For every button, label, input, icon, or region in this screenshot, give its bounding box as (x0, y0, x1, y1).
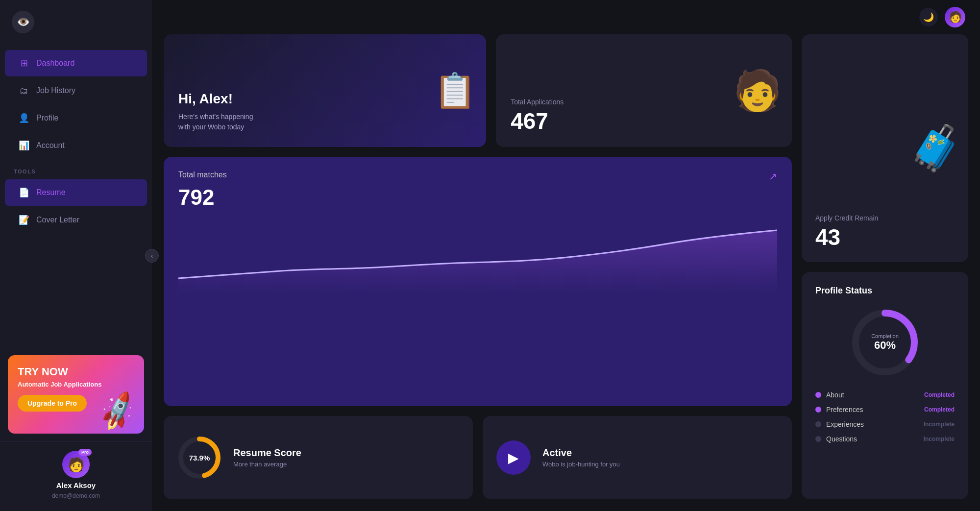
moon-icon: 🌙 (923, 12, 934, 23)
topbar: 🌙 🧑 (152, 0, 980, 34)
active-status-subtitle: Wobo is job-hunting for you (542, 461, 620, 468)
chart-card: Total matches ↗ 792 (164, 157, 792, 406)
greeting-line2: with your Wobo today (178, 123, 244, 131)
questions-status-dot (815, 436, 821, 442)
sidebar-item-resume-label: Resume (36, 188, 66, 197)
chart-header: Total matches ↗ (178, 170, 777, 182)
logo-icon: 👁️ (12, 11, 34, 33)
apply-credit-card: 🧳 Apply Credit Remain 43 (802, 34, 968, 262)
job-history-icon: 🗂 (19, 85, 29, 96)
questions-label: Questions (826, 435, 857, 443)
dashboard-icon: ⊞ (19, 58, 29, 69)
resume-score-text: Resume Score More than average (233, 447, 301, 468)
user-email: demo@demo.com (52, 492, 100, 499)
preferences-status-dot (815, 407, 821, 413)
completion-donut-wrap: Completion 60% (815, 306, 955, 379)
active-status-card: ▶ Active Wobo is job-hunting for you (483, 416, 792, 499)
chevron-left-icon: ‹ (151, 252, 153, 260)
right-panel: 🧳 Apply Credit Remain 43 Profile Status … (802, 34, 968, 499)
trend-up-icon: ↗ (769, 170, 777, 182)
sidebar-item-profile[interactable]: 👤 Profile (5, 105, 147, 131)
active-play-button[interactable]: ▶ (496, 440, 531, 475)
experiences-status-dot (815, 421, 821, 427)
preferences-label: Preferences (826, 406, 863, 414)
status-items-list: About Completed Preferences Completed (815, 391, 955, 443)
content-area: 📋 Hi, Alex! Here's what's happening with… (152, 34, 980, 511)
sidebar: 👁️ ⊞ Dashboard 🗂 Job History 👤 Profile 📊… (0, 0, 152, 511)
user-name: Alex Aksoy (56, 481, 96, 489)
resume-score-donut: 73.9% (177, 436, 221, 480)
questions-status-badge: Incomplete (924, 436, 955, 442)
logo-area: 👁️ (0, 0, 152, 44)
about-label: About (826, 391, 844, 399)
resume-score-title: Resume Score (233, 447, 301, 459)
status-item-questions: Questions Incomplete (815, 435, 955, 443)
center-column: 📋 Hi, Alex! Here's what's happening with… (164, 34, 792, 499)
profile-status-card: Profile Status Completion 60% (802, 272, 968, 500)
resume-score-value: 73.9% (189, 454, 210, 462)
about-status-badge: Completed (924, 391, 955, 398)
sidebar-item-dashboard[interactable]: ⊞ Dashboard (5, 50, 147, 76)
sidebar-item-job-history-label: Job History (36, 86, 75, 95)
experiences-label: Experiences (826, 420, 864, 428)
cover-letter-icon: 📝 (19, 215, 29, 225)
sidebar-user: 🧑 Pro Alex Aksoy demo@demo.com (0, 441, 152, 511)
sidebar-item-profile-label: Profile (36, 114, 58, 122)
sidebar-item-account-label: Account (36, 141, 65, 150)
topbar-user-icon: 🧑 (949, 11, 962, 24)
resume-icon: 📄 (19, 187, 29, 198)
account-icon: 📊 (19, 140, 29, 151)
sidebar-item-job-history[interactable]: 🗂 Job History (5, 77, 147, 104)
sidebar-item-account[interactable]: 📊 Account (5, 132, 147, 159)
chart-title: Total matches (178, 170, 227, 179)
completion-label: Completion 60% (871, 333, 899, 352)
line-chart-svg (178, 215, 777, 293)
chart-area (178, 215, 777, 293)
promo-try-now: TRY NOW (18, 366, 134, 378)
greeting-subtitle: Here's what's happening with your Wobo t… (178, 112, 471, 132)
upgrade-to-pro-button[interactable]: Upgrade to Pro (18, 395, 87, 412)
welcome-card: 📋 Hi, Alex! Here's what's happening with… (164, 34, 486, 147)
preferences-status-badge: Completed (924, 406, 955, 413)
experiences-status-badge: Incomplete (924, 421, 955, 428)
active-status-text: Active Wobo is job-hunting for you (542, 447, 620, 468)
status-item-experiences: Experiences Incomplete (815, 420, 955, 428)
logo-emoji: 👁️ (17, 16, 30, 28)
collapse-sidebar-button[interactable]: ‹ (145, 249, 159, 263)
profile-status-title: Profile Status (815, 286, 955, 296)
theme-toggle-button[interactable]: 🌙 (919, 8, 938, 26)
total-applications-card: 🧑 Total Applications 467 (496, 34, 792, 147)
completion-percentage: 60% (871, 339, 899, 352)
sidebar-item-dashboard-label: Dashboard (36, 59, 74, 68)
promo-subtitle: Automatic Job Applications (18, 381, 134, 388)
profile-icon: 👤 (19, 113, 29, 123)
resume-score-subtitle: More than average (233, 461, 301, 468)
completion-text-label: Completion (871, 333, 899, 339)
sidebar-item-cover-letter[interactable]: 📝 Cover Letter (5, 207, 147, 233)
greeting-line1: Here's what's happening (178, 113, 253, 121)
active-status-title: Active (542, 447, 620, 459)
resume-score-card: 73.9% Resume Score More than average (164, 416, 473, 499)
user-avatar-wrap: 🧑 Pro (62, 451, 90, 478)
apply-credit-label: Apply Credit Remain (815, 214, 955, 222)
credit-illustration: 🧳 (908, 122, 963, 174)
applications-illustration: 🧑 (733, 68, 782, 114)
status-item-preferences: Preferences Completed (815, 406, 955, 414)
apply-credit-value: 43 (815, 226, 955, 248)
sidebar-item-cover-letter-label: Cover Letter (36, 216, 79, 224)
tools-section-label: TOOLS (0, 160, 152, 178)
pro-badge: Pro (78, 449, 92, 456)
promo-card: TRY NOW Automatic Job Applications Upgra… (8, 355, 144, 434)
sidebar-item-resume[interactable]: 📄 Resume (5, 179, 147, 206)
stat-cards-row: 📋 Hi, Alex! Here's what's happening with… (164, 34, 792, 147)
greeting-title: Hi, Alex! (178, 91, 471, 107)
chart-value: 792 (178, 185, 777, 210)
promo-rocket-icon: 🚀 (95, 389, 141, 434)
bottom-cards-row: 73.9% Resume Score More than average ▶ A… (164, 416, 792, 499)
main-area: 🌙 🧑 📋 Hi, Alex! Here's what's happening … (152, 0, 980, 511)
welcome-illustration: 📋 (434, 71, 476, 111)
topbar-avatar[interactable]: 🧑 (945, 7, 965, 27)
sidebar-nav: ⊞ Dashboard 🗂 Job History 👤 Profile 📊 Ac… (0, 44, 152, 347)
status-item-about: About Completed (815, 391, 955, 399)
about-status-dot (815, 392, 821, 398)
